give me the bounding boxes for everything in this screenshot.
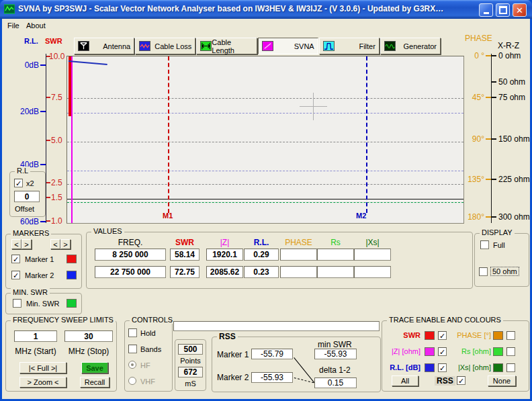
frequency-sweep-panel: FREQUENCY SWEEP LIMITS 1 30 MHz (Start) …	[5, 320, 117, 392]
trace-rs-label: Rs [ohm]	[449, 347, 491, 355]
rl-offset-button[interactable]: Offset	[15, 205, 34, 213]
points-label: Points	[175, 357, 206, 365]
rl-x2-checkbox[interactable]: ✓	[14, 179, 23, 187]
trace-xs-swatch[interactable]	[493, 363, 503, 372]
vhf-radio[interactable]	[128, 377, 136, 385]
generator-button[interactable]: Generator	[380, 38, 441, 54]
marker1-left-button[interactable]: <	[11, 239, 21, 249]
trace-phase-checkbox[interactable]	[506, 331, 515, 340]
marker2-color-swatch[interactable]	[66, 271, 77, 279]
display-50ohm-checkbox[interactable]	[479, 267, 488, 276]
trace-all-button[interactable]: All	[392, 375, 418, 386]
rl-tick-label: 0dB	[9, 60, 39, 70]
menu-bar: File About	[2, 19, 530, 32]
trace-rl-swatch[interactable]	[425, 363, 435, 372]
cable-loss-button[interactable]: Cable Loss	[135, 38, 195, 54]
trace-rs-swatch[interactable]	[493, 347, 503, 356]
rl-offset-input[interactable]: 0	[14, 191, 40, 202]
swr-tick	[46, 197, 50, 198]
maximize-button[interactable]	[496, 3, 510, 17]
trace-rss-checkbox[interactable]: ✓	[457, 376, 466, 385]
swr-tick-label: 10.0	[49, 52, 64, 61]
stop-frequency-input[interactable]: 30	[64, 330, 113, 342]
minimize-button[interactable]	[479, 3, 493, 17]
trace-swr-swatch[interactable]	[425, 331, 435, 340]
values-header-freq: FREQ.	[95, 238, 166, 247]
rss-panel: RSS Marker 1 -55.79 min SWR -55.93 Marke…	[212, 337, 381, 392]
svna-button[interactable]: SVNA	[258, 38, 318, 54]
marker1-color-swatch[interactable]	[66, 255, 77, 263]
trace-swr-label: SWR	[384, 331, 420, 339]
checkmark-icon: ✓	[15, 180, 21, 187]
recall-button[interactable]: Recall	[80, 377, 109, 388]
swr-tick	[46, 140, 50, 141]
zoom-button[interactable]: > Zoom <	[19, 377, 66, 388]
display-panel: DISPLAY Full 50 ohm	[474, 233, 529, 287]
full-span-button[interactable]: |< Full >|	[19, 362, 66, 373]
rss-marker1-label: Marker 1	[217, 350, 249, 359]
filter-button[interactable]: Filter	[319, 38, 380, 54]
marker2-left-button[interactable]: <	[50, 239, 60, 249]
marker2-right-button[interactable]: >	[60, 239, 71, 249]
marker1-rl-value: 0.29	[244, 249, 279, 261]
trace-z-swatch[interactable]	[425, 347, 435, 356]
gridline	[67, 171, 463, 171]
marker1-line[interactable]	[168, 56, 169, 213]
ohm-tick	[492, 55, 496, 56]
hold-checkbox[interactable]	[128, 328, 137, 337]
values-header-z: |Z|	[206, 238, 243, 247]
start-frequency-input[interactable]: 1	[14, 330, 57, 342]
min-swr-color-swatch[interactable]	[66, 299, 77, 308]
rl-tick	[40, 111, 46, 112]
title-bar[interactable]: SVNA by SP3SWJ - Scalar Vector Network A…	[0, 0, 532, 19]
display-full-checkbox[interactable]	[480, 240, 489, 249]
gridline	[67, 142, 463, 142]
chart-plot-area[interactable]: M1 M2	[66, 56, 464, 224]
ohm-tick	[492, 81, 496, 83]
swr-tick-label: 2.5	[51, 178, 62, 187]
rl-offset-panel: R.L ✓ x2 0 Offset	[9, 171, 46, 217]
antenna-button[interactable]: Antenna	[74, 38, 134, 54]
ohm-tick-label: 0 ohm	[498, 51, 521, 60]
rss-delta-label: delta 1-2	[319, 365, 351, 375]
checkmark-icon: ✓	[439, 349, 445, 355]
marker1-right-button[interactable]: >	[21, 239, 32, 249]
close-button[interactable]: ✕	[513, 3, 527, 17]
ms-value: 672	[178, 367, 203, 377]
trace-rl-checkbox[interactable]: ✓	[438, 363, 447, 372]
phase-tick	[486, 138, 491, 140]
trace-xs-label: |Xs| [ohm]	[449, 363, 491, 371]
gridline	[67, 113, 463, 114]
values-header-swr: SWR	[170, 238, 200, 247]
rl-trace	[69, 60, 107, 65]
swr-tick-label: 5.0	[51, 136, 62, 145]
cable-length-button[interactable]: Cable Length	[196, 38, 257, 54]
display-50ohm-label: 50 ohm	[490, 267, 519, 276]
min-swr-checkbox[interactable]	[13, 299, 21, 308]
bands-checkbox[interactable]	[128, 345, 137, 353]
trace-z-checkbox[interactable]: ✓	[438, 347, 447, 356]
cable-length-icon	[200, 41, 212, 51]
mode-toolbar: Antenna Cable Loss Cable Length SVNA Fil…	[74, 38, 441, 54]
svna-label: SVNA	[294, 42, 314, 50]
marker1-checkbox[interactable]: ✓	[11, 255, 20, 263]
marker2-checkbox[interactable]: ✓	[11, 271, 20, 279]
trace-swr-checkbox[interactable]: ✓	[438, 331, 447, 340]
trace-z-label: |Z| [ohm]	[384, 347, 420, 355]
command-input[interactable]	[173, 321, 380, 331]
phase-tick	[486, 216, 491, 218]
save-button[interactable]: Save	[81, 362, 108, 373]
trace-rs-checkbox[interactable]	[506, 347, 515, 356]
menu-about[interactable]: About	[24, 21, 48, 30]
trace-none-button[interactable]: None	[488, 375, 516, 386]
trace-phase-swatch[interactable]	[493, 331, 503, 340]
swr-1-5-reference-line	[67, 199, 463, 199]
hf-radio[interactable]	[128, 361, 136, 369]
ohm-tick-label: 50 ohm	[498, 77, 525, 87]
display-full-label: Full	[493, 241, 505, 249]
trace-xs-checkbox[interactable]	[506, 363, 515, 372]
menu-file[interactable]: File	[5, 21, 22, 30]
marker2-line[interactable]	[366, 56, 367, 213]
phase-tick-label: 0 °	[466, 51, 484, 60]
rss-min-swr-value: -55.93	[314, 349, 357, 359]
